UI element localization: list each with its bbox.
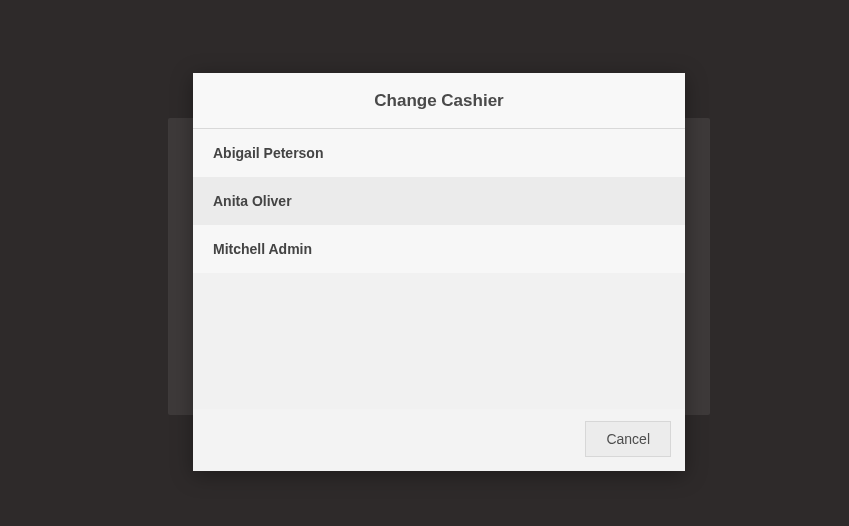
modal-header: Change Cashier [193, 73, 685, 129]
cashier-list-item[interactable]: Anita Oliver [193, 177, 685, 225]
cashier-list-item[interactable]: Mitchell Admin [193, 225, 685, 273]
modal-body: Abigail Peterson Anita Oliver Mitchell A… [193, 129, 685, 409]
modal-footer: Cancel [193, 409, 685, 471]
modal-title: Change Cashier [193, 91, 685, 111]
cashier-list-item[interactable]: Abigail Peterson [193, 129, 685, 177]
change-cashier-modal: Change Cashier Abigail Peterson Anita Ol… [193, 73, 685, 471]
cancel-button[interactable]: Cancel [585, 421, 671, 457]
